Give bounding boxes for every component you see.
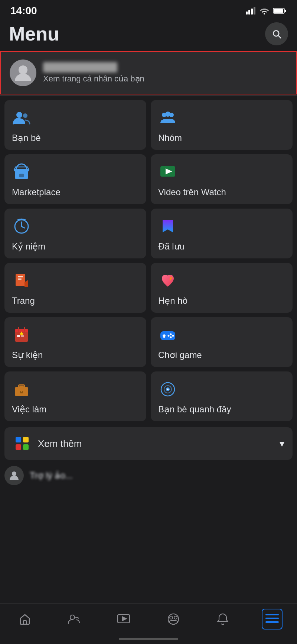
svg-rect-21 bbox=[18, 276, 23, 277]
partial-avatar-icon bbox=[4, 466, 24, 485]
svg-point-8 bbox=[16, 112, 22, 118]
menu-item-video-watch[interactable]: Video trên Watch bbox=[151, 154, 293, 204]
dot-red bbox=[16, 444, 21, 450]
home-icon bbox=[18, 612, 32, 626]
svg-point-7 bbox=[19, 65, 27, 74]
svg-rect-58 bbox=[265, 621, 279, 623]
wifi-icon bbox=[259, 7, 270, 15]
svg-rect-20 bbox=[16, 274, 25, 286]
see-more-section: Xem thêm ▾ bbox=[0, 426, 297, 464]
menu-item-label-choi-game: Chơi game bbox=[158, 350, 202, 360]
nav-item-groups[interactable] bbox=[148, 608, 198, 630]
svg-point-35 bbox=[170, 334, 172, 335]
see-more-dots-grid bbox=[16, 437, 29, 450]
signal-icon bbox=[246, 7, 255, 15]
svg-point-12 bbox=[169, 113, 174, 117]
svg-rect-22 bbox=[18, 278, 22, 280]
svg-rect-28 bbox=[21, 335, 24, 337]
bell-icon bbox=[216, 612, 229, 626]
memories-icon bbox=[12, 217, 31, 236]
menu-item-su-kien[interactable]: Sự kiện bbox=[4, 317, 146, 367]
friends-icon bbox=[12, 108, 31, 128]
menu-item-ban-be[interactable]: Bạn bè bbox=[4, 100, 146, 150]
avatar-icon bbox=[13, 62, 33, 83]
menu-item-ban-be-quanh-day[interactable]: Bạn bè quanh đây bbox=[151, 371, 293, 421]
svg-rect-18 bbox=[163, 177, 173, 179]
svg-rect-49 bbox=[23, 621, 26, 624]
status-bar: 14:00 bbox=[0, 0, 297, 19]
svg-point-37 bbox=[170, 337, 172, 338]
menu-item-ky-niem[interactable]: Kỷ niệm bbox=[4, 209, 146, 258]
profile-subtitle: Xem trang cá nhân của bạn bbox=[43, 74, 144, 84]
watch-icon bbox=[158, 162, 177, 182]
menu-item-viec-lam[interactable]: Việc làm bbox=[4, 371, 146, 421]
svg-rect-27 bbox=[17, 335, 20, 337]
menu-item-da-luu[interactable]: Đã lưu bbox=[151, 209, 293, 258]
marketplace-icon bbox=[12, 162, 31, 182]
menu-item-choi-game[interactable]: Chơi game bbox=[151, 317, 293, 367]
svg-rect-41 bbox=[19, 386, 24, 387]
menu-item-nhom[interactable]: Nhóm bbox=[151, 100, 293, 150]
dot-green bbox=[23, 444, 29, 450]
search-button[interactable] bbox=[265, 22, 288, 45]
nav-item-notifications[interactable] bbox=[198, 608, 247, 630]
status-time: 14:00 bbox=[10, 5, 37, 17]
svg-rect-3 bbox=[254, 7, 255, 15]
svg-rect-5 bbox=[274, 9, 283, 13]
header: Menu bbox=[0, 19, 297, 51]
pages-icon bbox=[12, 271, 31, 290]
home-indicator bbox=[119, 638, 178, 640]
nearby-icon bbox=[158, 380, 177, 399]
groups-nav-icon bbox=[167, 612, 180, 626]
svg-rect-1 bbox=[248, 10, 250, 15]
nav-item-watch[interactable] bbox=[99, 608, 148, 630]
groups-icon bbox=[158, 108, 177, 128]
see-more-button[interactable]: Xem thêm ▾ bbox=[4, 427, 293, 460]
menu-item-label-su-kien: Sự kiện bbox=[12, 350, 43, 360]
search-icon bbox=[271, 28, 282, 39]
svg-rect-56 bbox=[265, 614, 279, 615]
nav-item-friends[interactable] bbox=[49, 608, 99, 630]
svg-point-47 bbox=[167, 389, 169, 390]
svg-point-48 bbox=[12, 471, 16, 476]
menu-item-label-ban-be: Bạn bè bbox=[12, 133, 41, 143]
friends-nav-icon bbox=[68, 612, 81, 626]
menu-item-label-viec-lam: Việc làm bbox=[12, 404, 46, 415]
partial-text: Trợ lý ảo... bbox=[30, 470, 73, 481]
svg-rect-6 bbox=[285, 10, 286, 12]
svg-rect-14 bbox=[19, 174, 24, 177]
jobs-icon bbox=[12, 380, 31, 399]
menu-item-hen-ho[interactable]: Hẹn hò bbox=[151, 263, 293, 313]
partial-section: Trợ lý ảo... bbox=[0, 464, 297, 487]
menu-item-label-hen-ho: Hẹn hò bbox=[158, 296, 187, 306]
menu-item-marketplace[interactable]: Marketplace bbox=[4, 154, 146, 204]
svg-marker-52 bbox=[122, 616, 127, 621]
menu-item-label-nhom: Nhóm bbox=[158, 133, 182, 143]
menu-item-label-da-luu: Đã lưu bbox=[158, 241, 185, 252]
svg-rect-15 bbox=[14, 169, 29, 171]
svg-point-9 bbox=[23, 113, 27, 118]
profile-section[interactable]: Xem trang cá nhân của bạn bbox=[0, 51, 297, 94]
menu-grid: Bạn bè Nhóm Marketplace bbox=[0, 96, 297, 426]
menu-item-label-marketplace: Marketplace bbox=[12, 187, 61, 197]
see-more-label: Xem thêm bbox=[38, 438, 274, 450]
menu-item-trang[interactable]: Trang bbox=[4, 263, 146, 313]
nav-item-home[interactable] bbox=[0, 608, 49, 630]
svg-point-54 bbox=[170, 616, 173, 619]
svg-point-43 bbox=[21, 391, 22, 392]
profile-info: Xem trang cá nhân của bạn bbox=[43, 62, 144, 84]
svg-rect-2 bbox=[251, 9, 253, 15]
menu-item-label-trang: Trang bbox=[12, 296, 35, 306]
see-more-icon bbox=[13, 434, 32, 453]
svg-rect-34 bbox=[163, 335, 166, 337]
gaming-icon bbox=[158, 325, 177, 345]
dating-icon bbox=[158, 271, 177, 290]
chevron-down-icon: ▾ bbox=[280, 438, 284, 450]
svg-rect-57 bbox=[265, 618, 279, 619]
avatar bbox=[10, 59, 36, 86]
menu-item-label-ban-be-quanh-day: Bạn bè quanh đây bbox=[158, 404, 231, 415]
svg-point-50 bbox=[70, 615, 75, 619]
battery-icon bbox=[273, 7, 287, 14]
dot-blue bbox=[16, 437, 21, 442]
nav-item-menu[interactable] bbox=[248, 608, 297, 630]
